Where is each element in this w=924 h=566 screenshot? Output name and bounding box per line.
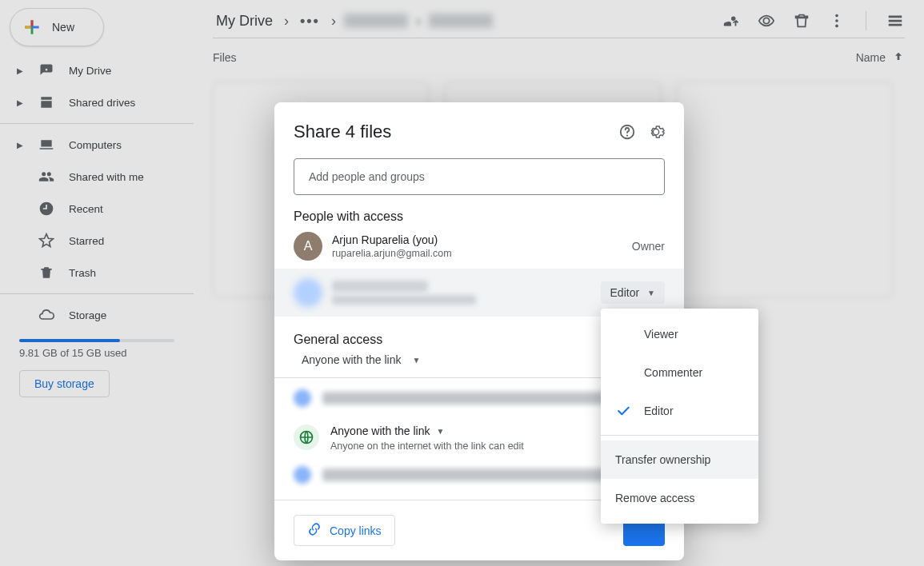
role-dropdown-label: Editor (610, 286, 640, 299)
gear-icon[interactable] (647, 123, 665, 141)
person-owner-row: A Arjun Ruparelia (you) ruparelia.arjun@… (294, 224, 665, 269)
role-option-remove-access[interactable]: Remove access (601, 479, 758, 517)
check-icon (615, 403, 631, 419)
link-access-desc: Anyone on the internet with the link can… (330, 440, 524, 452)
add-people-input[interactable]: Add people and groups (294, 158, 665, 195)
copy-link-label: Copy links (330, 524, 382, 537)
role-menu: Viewer Commenter Editor Transfer ownersh… (601, 309, 758, 524)
role-option-viewer[interactable]: Viewer (601, 315, 758, 353)
globe-icon (294, 424, 319, 450)
role-option-editor[interactable]: Editor (601, 392, 758, 430)
person-email (332, 295, 476, 305)
owner-role: Owner (632, 240, 665, 253)
chevron-down-icon: ▼ (437, 427, 445, 436)
link-icon (307, 522, 322, 539)
chevron-down-icon: ▼ (413, 356, 421, 365)
person-name (332, 281, 428, 292)
copy-link-button[interactable]: Copy links (294, 515, 395, 546)
owner-email: ruparelia.arjun@gmail.com (332, 248, 452, 259)
role-option-transfer-ownership[interactable]: Transfer ownership (601, 440, 758, 479)
svg-point-4 (626, 134, 628, 136)
link-access-title[interactable]: Anyone with the link ▼ (330, 424, 524, 437)
owner-name: Arjun Ruparelia (you) (332, 233, 452, 246)
role-option-commenter[interactable]: Commenter (601, 353, 758, 392)
avatar: A (294, 232, 322, 261)
chevron-down-icon: ▼ (647, 289, 655, 297)
dialog-title: Share 4 files (294, 122, 391, 142)
people-with-access-heading: People with access (294, 209, 665, 224)
help-icon[interactable] (618, 123, 636, 141)
general-access-label: Anyone with the link (302, 353, 402, 366)
avatar (294, 278, 322, 307)
role-dropdown[interactable]: Editor ▼ (601, 281, 665, 304)
